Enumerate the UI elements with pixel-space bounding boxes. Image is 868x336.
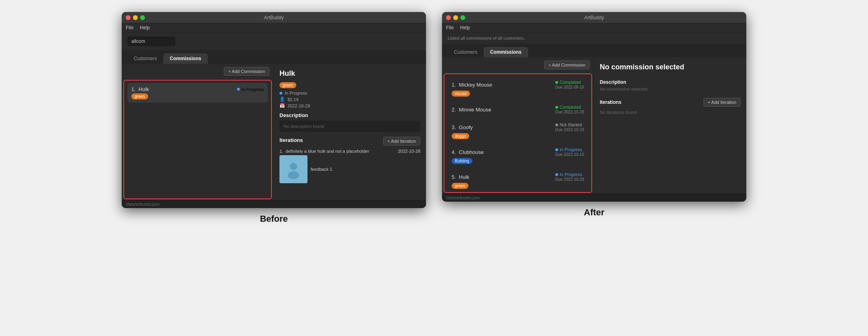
before-redbox: 1. Hulk In Progress green [123, 80, 272, 199]
commission-tag: Building [452, 158, 472, 164]
before-menubar: File Help [122, 23, 426, 32]
no-commission-iterations-header: Iterations + Add Iteration [600, 98, 741, 107]
empty-space [127, 104, 268, 184]
tab-customers[interactable]: Customers [127, 53, 163, 64]
after-titlebar: ArtBuddy [442, 12, 746, 23]
iteration-name: 1. definitely a blue hulk and not a plac… [279, 149, 369, 154]
commission-item-status: In Progress [555, 147, 584, 152]
no-iterations-found: No iterations found [600, 110, 741, 115]
meta-status-row: In Progress [279, 91, 420, 95]
after-toolbar: + Add Commission [442, 57, 594, 73]
no-commission-iterations-label: Iterations [600, 99, 621, 105]
commission-item-name: 1. Hulk [131, 86, 149, 92]
status-text: Completed [560, 105, 581, 109]
iterations-header: Iterations + Add Iteration [279, 137, 420, 146]
before-detail-panel: Hulk green In Progress 👤 $2.19 [274, 64, 426, 200]
commission-tag: doggo [452, 133, 469, 139]
after-window: ArtBuddy File Help Listed all commission… [442, 12, 746, 202]
list-item[interactable]: 1. Hulk In Progress green [127, 83, 268, 103]
no-commission-desc-val: No commission selected [600, 87, 741, 91]
before-label: Before [122, 214, 426, 224]
after-tabs: Customers Commissions [442, 44, 746, 57]
list-item[interactable]: 4. Clubhouse In Progress Due 2022-10-10 [448, 144, 588, 167]
iterations-label: Iterations [279, 137, 303, 143]
before-footer: /data/artbuddy.json [122, 200, 426, 208]
menu-file[interactable]: File [126, 25, 133, 30]
status-date-col: Completed Due 2022-10-28 [555, 105, 584, 114]
commission-item-row: 3. Goofy Not Started Due 2022-10-28 [452, 122, 584, 132]
after-commission-items: 1. Mickey Mouse Completed Due 2022-08-16 [445, 75, 591, 191]
commission-item-date: Due 2022-10-28 [555, 110, 584, 114]
after-info-bar: Listed all commissions of all customers. [442, 32, 746, 44]
status-date-col: Not Started Due 2022-10-28 [555, 122, 584, 132]
window-controls [126, 15, 145, 20]
status-date-col: In Progress Due 2022-10-10 [555, 147, 584, 157]
after-tab-customers[interactable]: Customers [448, 47, 484, 57]
before-commission-list-panel: + Add Commission 1. Hulk In Progress [122, 64, 274, 200]
before-add-commission-button[interactable]: + Add Commission [224, 67, 269, 76]
after-menubar: File Help [442, 23, 746, 32]
status-dot [555, 106, 558, 109]
after-add-commission-button[interactable]: + Add Commission [544, 61, 590, 69]
before-main-layout: + Add Commission 1. Hulk In Progress [122, 64, 426, 200]
meta-status-dot [279, 92, 282, 95]
search-input[interactable] [127, 36, 175, 46]
minimize-dot[interactable] [133, 15, 138, 20]
before-toolbar: + Add Commission [122, 64, 273, 79]
commission-tag: green [452, 183, 468, 189]
commission-item-date: Due 2022-10-28 [555, 128, 584, 132]
commission-item-name: 1. Mickey Mouse [452, 82, 492, 88]
status-text: In Progress [560, 172, 582, 177]
before-commission-items: 1. Hulk In Progress green [125, 81, 270, 198]
commission-item-status: In Progress [555, 172, 584, 177]
tab-commissions[interactable]: Commissions [163, 53, 208, 64]
after-menu-help[interactable]: Help [460, 25, 470, 30]
meta-date-row: 📅 2022-10-28 [279, 103, 420, 108]
after-minimize-dot[interactable] [453, 15, 458, 20]
after-menu-file[interactable]: File [446, 25, 454, 30]
detail-tag: green [279, 82, 296, 88]
list-item[interactable]: 5. Hulk In Progress Due 2022-10-28 [448, 169, 588, 191]
after-detail-panel: No commission selected Description No co… [594, 57, 746, 194]
before-add-iteration-button[interactable]: + Add Iteration [383, 137, 420, 146]
commission-item-row: 5. Hulk In Progress Due 2022-10-28 [452, 172, 584, 182]
menu-help[interactable]: Help [140, 25, 150, 30]
avatar-svg [283, 159, 303, 179]
close-dot[interactable] [126, 15, 131, 20]
commission-item-date: Due 2022-10-28 [555, 177, 584, 182]
list-item[interactable]: 1. Mickey Mouse Completed Due 2022-08-16 [448, 77, 588, 100]
iteration-content: feedback 1 [279, 155, 420, 183]
status-dot [555, 173, 558, 176]
commission-item-name: 4. Clubhouse [452, 149, 484, 155]
status-text: In Progress [560, 147, 582, 152]
after-maximize-dot[interactable] [460, 15, 465, 20]
svg-point-2 [288, 171, 299, 179]
description-label: Description [279, 112, 420, 118]
commission-item-name: 3. Goofy [452, 124, 473, 130]
iteration-row: 1. definitely a blue hulk and not a plac… [279, 149, 420, 154]
commission-tag: green [131, 93, 148, 99]
commission-tag: mouse [452, 91, 470, 97]
iteration-date: 2022-10-28 [398, 149, 420, 154]
status-text: In Progress [241, 87, 264, 92]
after-redbox: 1. Mickey Mouse Completed Due 2022-08-16 [444, 73, 592, 193]
status-dot [555, 123, 558, 126]
commission-item-row: 1. Hulk In Progress [131, 86, 264, 92]
maximize-dot[interactable] [140, 15, 145, 20]
after-close-dot[interactable] [446, 15, 451, 20]
meta-price: $2.19 [287, 97, 299, 102]
commission-item-row: 4. Clubhouse In Progress Due 2022-10-10 [452, 147, 584, 157]
status-dot-blue [237, 88, 240, 91]
commission-item-status: Completed [555, 80, 584, 85]
commission-item-status: Not Started [555, 122, 584, 127]
list-item[interactable]: 3. Goofy Not Started Due 2022-10-28 [448, 119, 588, 142]
after-window-controls [446, 15, 465, 20]
after-commission-list-panel: + Add Commission 1. Mickey Mouse [442, 57, 594, 194]
after-tab-commissions[interactable]: Commissions [484, 47, 528, 57]
meta-status-text: In Progress [285, 91, 307, 95]
detail-tag-area: green [279, 81, 420, 88]
meta-price-row: 👤 $2.19 [279, 97, 420, 102]
list-item[interactable]: 2. Minnie Mouse Completed Due 2022-10-28 [448, 101, 588, 117]
status-date-col: Completed Due 2022-08-16 [555, 80, 584, 89]
after-add-iteration-button[interactable]: + Add Iteration [703, 98, 741, 107]
